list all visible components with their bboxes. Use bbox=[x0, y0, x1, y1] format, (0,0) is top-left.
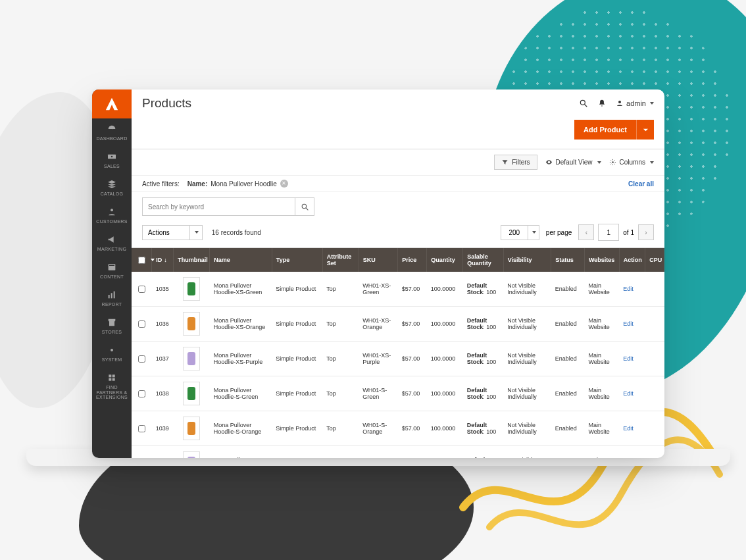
cell-cpu bbox=[645, 342, 664, 376]
filters-button[interactable]: Filters bbox=[494, 155, 537, 170]
prev-page-button[interactable]: ‹ bbox=[578, 224, 594, 240]
svg-rect-10 bbox=[112, 374, 115, 377]
columns-label: Columns bbox=[620, 159, 645, 166]
col-type[interactable]: Type bbox=[272, 248, 322, 272]
cell-visibility: Not Visible Individually bbox=[503, 272, 551, 307]
table-row[interactable]: 1037Mona Pullover Hoodlie-XS-PurpleSimpl… bbox=[132, 342, 664, 376]
sidebar-item-partners[interactable]: FIND PARTNERS & EXTENSIONS bbox=[92, 367, 132, 405]
gear-icon bbox=[609, 159, 616, 166]
col-quantity[interactable]: Quantity bbox=[427, 248, 463, 272]
col-select[interactable] bbox=[132, 248, 152, 272]
cell-thumbnail bbox=[174, 307, 210, 342]
cell-status: Enabled bbox=[551, 272, 585, 307]
col-name[interactable]: Name bbox=[210, 248, 272, 272]
per-page-caret[interactable] bbox=[528, 226, 539, 240]
table-row[interactable]: 1036Mona Pullover Hoodlie-XS-OrangeSimpl… bbox=[132, 307, 664, 342]
col-cpu[interactable]: CPU bbox=[645, 248, 664, 272]
sidebar-item-system[interactable]: SYSTEM bbox=[92, 340, 132, 367]
cell-price: $57.00 bbox=[398, 342, 427, 376]
table-row[interactable]: 1039Mona Pullover Hoodlie-S-OrangeSimple… bbox=[132, 411, 664, 446]
row-checkbox[interactable] bbox=[138, 390, 145, 397]
actions-dropdown[interactable]: Actions bbox=[142, 225, 203, 240]
cell-type: Simple Product bbox=[272, 342, 322, 376]
default-view-menu[interactable]: Default View bbox=[545, 159, 601, 166]
sidebar-item-marketing[interactable]: MARKETING bbox=[92, 229, 132, 257]
add-product-label[interactable]: Add Product bbox=[574, 120, 636, 140]
col-salable[interactable]: Salable Quantity bbox=[463, 248, 504, 272]
app-logo[interactable] bbox=[92, 89, 132, 118]
search-submit[interactable] bbox=[295, 198, 314, 215]
sidebar-item-report[interactable]: REPORT bbox=[92, 284, 132, 312]
table-row[interactable]: 1040Mona Pullover Hoodlie-S-PurpleSimple… bbox=[132, 446, 664, 459]
sidebar-item-dashboard[interactable]: DASHBOARD bbox=[92, 118, 132, 146]
page-input[interactable] bbox=[598, 224, 619, 241]
sidebar-item-customers[interactable]: CUSTOMERS bbox=[92, 201, 132, 229]
add-product-button[interactable]: Add Product bbox=[574, 120, 654, 140]
search-input-wrap bbox=[142, 197, 314, 216]
row-checkbox[interactable] bbox=[138, 286, 145, 293]
add-product-dropdown[interactable] bbox=[636, 120, 654, 140]
edit-link[interactable]: Edit bbox=[623, 286, 634, 292]
row-checkbox[interactable] bbox=[138, 425, 145, 432]
col-action[interactable]: Action bbox=[619, 248, 645, 272]
cell-id: 1036 bbox=[152, 307, 174, 342]
sidebar-item-content[interactable]: CONTENT bbox=[92, 257, 132, 284]
cell-sku: WH01-S-Purple bbox=[359, 446, 397, 459]
remove-filter-icon[interactable]: ✕ bbox=[280, 180, 288, 188]
table-row[interactable]: 1038Mona Pullover Hoodlie-S-GreenSimple … bbox=[132, 376, 664, 411]
cell-type: Simple Product bbox=[272, 411, 322, 446]
sidebar-item-label: CATALOG bbox=[101, 191, 124, 196]
bell-icon[interactable] bbox=[597, 99, 607, 108]
search-icon[interactable] bbox=[579, 99, 588, 108]
per-page-value: 200 bbox=[501, 226, 528, 240]
next-page-button[interactable]: › bbox=[638, 224, 654, 240]
sidebar-item-catalog[interactable]: CATALOG bbox=[92, 174, 132, 201]
sidebar-item-sales[interactable]: SALES bbox=[92, 146, 132, 174]
clear-all-link[interactable]: Clear all bbox=[628, 180, 654, 188]
cell-status: Enabled bbox=[551, 411, 585, 446]
search-input[interactable] bbox=[143, 199, 295, 215]
cell-cpu bbox=[645, 307, 664, 342]
cell-cpu bbox=[645, 376, 664, 411]
cell-price: $57.00 bbox=[398, 307, 427, 342]
cell-thumbnail bbox=[174, 376, 210, 411]
per-page-select[interactable]: 200 bbox=[501, 225, 539, 240]
select-all-checkbox[interactable] bbox=[138, 257, 145, 264]
row-checkbox[interactable] bbox=[138, 355, 145, 363]
cell-type: Simple Product bbox=[272, 307, 322, 342]
cell-visibility: Not Visible Individually bbox=[503, 411, 551, 446]
col-id[interactable]: ID↓ bbox=[152, 248, 174, 272]
cell-name: Mona Pullover Hoodlie-XS-Green bbox=[210, 272, 272, 307]
edit-link[interactable]: Edit bbox=[623, 320, 634, 327]
edit-link[interactable]: Edit bbox=[623, 355, 634, 362]
actions-caret[interactable] bbox=[189, 226, 202, 240]
col-thumbnail[interactable]: Thumbnail bbox=[174, 248, 210, 272]
col-attr-set[interactable]: Attribute Set bbox=[322, 248, 359, 272]
user-menu[interactable]: admin bbox=[616, 99, 654, 107]
cell-type: Simple Product bbox=[272, 272, 322, 307]
col-visibility[interactable]: Visibility bbox=[503, 248, 551, 272]
cell-name: Mona Pullover Hoodlie-XS-Purple bbox=[210, 342, 272, 376]
col-price[interactable]: Price bbox=[398, 248, 427, 272]
chevron-down-icon bbox=[597, 161, 601, 164]
col-websites[interactable]: Websites bbox=[584, 248, 619, 272]
col-status[interactable]: Status bbox=[551, 248, 585, 272]
sidebar-item-label: CONTENT bbox=[100, 274, 124, 279]
cell-thumbnail bbox=[174, 446, 210, 459]
sidebar-item-stores[interactable]: STORES bbox=[92, 312, 132, 340]
cell-price: $57.00 bbox=[398, 376, 427, 411]
table-row[interactable]: 1035Mona Pullover Hoodlie-XS-GreenSimple… bbox=[132, 272, 664, 307]
svg-rect-5 bbox=[109, 295, 110, 298]
cell-name: Mona Pullover Hoodlie-XS-Orange bbox=[210, 307, 272, 342]
row-checkbox[interactable] bbox=[138, 320, 145, 328]
col-sku[interactable]: SKU bbox=[359, 248, 397, 272]
edit-link[interactable]: Edit bbox=[623, 425, 634, 432]
actions-label[interactable]: Actions bbox=[143, 226, 189, 240]
cell-sku: WH01-S-Green bbox=[359, 376, 397, 411]
edit-link[interactable]: Edit bbox=[623, 390, 634, 397]
svg-line-14 bbox=[585, 105, 587, 107]
sidebar-item-label: MARKETING bbox=[97, 247, 126, 251]
cell-salable: Default Stock: 100 bbox=[463, 376, 504, 411]
columns-menu[interactable]: Columns bbox=[609, 159, 654, 166]
admin-sidebar: DASHBOARD SALES CATALOG CUSTOMERS MARKET… bbox=[92, 89, 132, 458]
